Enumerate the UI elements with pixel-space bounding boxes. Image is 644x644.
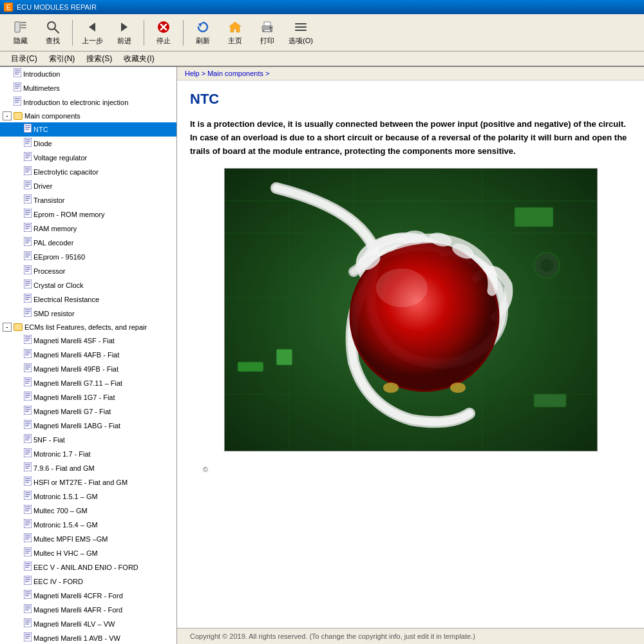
svg-rect-173 (24, 632, 32, 641)
tree-item-main-components[interactable]: -Main components (0, 109, 176, 122)
svg-rect-105 (24, 392, 32, 401)
tree-item-voltage-regulator[interactable]: Voltage regulator (0, 151, 176, 165)
hide-button[interactable]: 隐藏 (5, 16, 36, 49)
tree-item-eec-iv[interactable]: EEC IV - FORD (0, 574, 176, 589)
svg-rect-61 (24, 223, 32, 232)
tree-item-mm-1abg[interactable]: Magneti Marelli 1ABG - Fiat (0, 419, 176, 433)
doc-icon (22, 477, 33, 488)
tree-item-ntc[interactable]: NTC (0, 122, 176, 137)
tree-item-label-hsfi-mt27e: HSFl or MT27E - Fiat and GM (33, 477, 128, 488)
tree-item-label-5nf: 5NF - Fiat (33, 435, 65, 445)
menu-index[interactable]: 索引(N) (43, 52, 81, 66)
refresh-button[interactable]: 刷新 (187, 16, 218, 49)
svg-point-4 (48, 22, 55, 30)
svg-rect-73 (24, 265, 32, 274)
tree-item-5nf[interactable]: 5NF - Fiat (0, 433, 176, 447)
options-button[interactable]: 选项(O) (284, 16, 317, 49)
find-icon (45, 19, 61, 35)
refresh-label: 刷新 (196, 36, 210, 46)
expand-icon-main-components[interactable]: - (3, 111, 12, 120)
tree-item-multimeters[interactable]: Multimeters (0, 81, 176, 95)
tree-item-label-motronic-151: Motronic 1.5.1 – GM (33, 491, 98, 502)
tree-item-mm-1avb[interactable]: Magneti Marelli 1 AVB - VW (0, 631, 176, 644)
doc-icon (22, 533, 33, 545)
tree-item-motronic-154[interactable]: Motronic 1.5.4 – GM (0, 518, 176, 532)
tree-item-mm-g711[interactable]: Magneti Marelli G7.11 – Fiat (0, 376, 176, 390)
copyright-small: © (190, 462, 631, 478)
tree-item-multec-mpfi[interactable]: Multec MPFI EMS –GM (0, 532, 176, 546)
print-button[interactable]: 打印 (252, 16, 283, 49)
sidebar[interactable]: IntroductionMultimetersIntroduction to e… (0, 67, 177, 644)
tree-item-mm-1g7[interactable]: Magneti Marelli 1G7 - Fiat (0, 390, 176, 404)
tree-item-label-mm-1abg: Magneti Marelli 1ABG - Fiat (33, 421, 120, 431)
tree-item-motronic-151[interactable]: Motronic 1.5.1 – GM (0, 489, 176, 504)
tree-item-label-ntc: NTC (33, 124, 48, 135)
tree-item-eec-v[interactable]: EEC V - ANIL AND ENIO - FORD (0, 560, 176, 574)
tree-item-mm-4cfr[interactable]: Magneti Marelli 4CFR - Ford (0, 589, 176, 603)
find-label: 查找 (46, 36, 60, 46)
tree-item-796-fiat-gm[interactable]: 7.9.6 - Fiat and GM (0, 461, 176, 475)
home-button[interactable]: 主页 (220, 16, 251, 49)
tree-item-label-smd-resistor: SMD resistor (33, 308, 75, 319)
stop-button[interactable]: 停止 (148, 16, 179, 49)
svg-rect-113 (24, 420, 32, 429)
svg-rect-29 (14, 97, 21, 106)
menu-contents[interactable]: 目录(C) (5, 52, 43, 66)
tree-item-mm-49fb[interactable]: Magneti Marelli 49FB - Fiat (0, 362, 176, 376)
tree-item-label-eeprom-95160: EEprom - 95160 (33, 252, 85, 262)
tree-item-eprom[interactable]: Eprom - ROM memory (0, 207, 176, 222)
tree-item-mm-g7[interactable]: Magneti Marelli G7 - Fiat (0, 404, 176, 419)
svg-rect-21 (14, 68, 21, 77)
doc-icon (22, 194, 33, 206)
tree-item-mm-4lv[interactable]: Magneti Marelli 4LV – VW (0, 617, 176, 631)
tree-item-label-main-components: Main components (24, 111, 80, 121)
forward-label: 前进 (117, 36, 131, 46)
tree-item-mm-4afr[interactable]: Magneti Marelli 4AFR - Ford (0, 603, 176, 617)
tree-item-eeprom-95160[interactable]: EEprom - 95160 (0, 250, 176, 264)
tree-item-intro-electronic[interactable]: Introduction to electronic injection (0, 95, 176, 109)
forward-button[interactable]: 前进 (109, 16, 140, 49)
tree-item-mm-4afb[interactable]: Magneti Marelli 4AFB - Fiat (0, 348, 176, 362)
expand-icon-ecms-list[interactable]: - (3, 323, 12, 332)
tree-item-motronic-17[interactable]: Motronic 1.7 - Fiat (0, 447, 176, 461)
tree-item-electrolytic-capacitor[interactable]: Electrolytic capacitor (0, 165, 176, 179)
tree-item-mm-4sf[interactable]: Magneti Marelli 4SF - Fiat (0, 334, 176, 348)
tree-item-hsfi-mt27e[interactable]: HSFl or MT27E - Fiat and GM (0, 475, 176, 489)
doc-icon (12, 82, 23, 94)
tree-item-label-driver: Driver (33, 181, 52, 191)
svg-rect-85 (24, 308, 32, 317)
svg-marker-7 (121, 23, 128, 32)
menu-favorites[interactable]: 收藏夹(I) (118, 52, 160, 66)
tree-item-ram-memory[interactable]: RAM memory (0, 222, 176, 236)
find-button[interactable]: 查找 (37, 16, 68, 49)
article-body: It is a protection device, it is usually… (190, 118, 631, 158)
tree-item-crystal-clock[interactable]: Crystal or Clock (0, 278, 176, 292)
svg-rect-1 (21, 22, 26, 23)
tree-item-label-mm-4afr: Magneti Marelli 4AFR - Ford (33, 605, 122, 615)
doc-icon (22, 462, 33, 474)
doc-icon (22, 420, 33, 431)
back-button[interactable]: 上一步 (77, 16, 108, 49)
tree-item-multec-700[interactable]: Multec 700 – GM (0, 504, 176, 518)
tree-item-smd-resistor[interactable]: SMD resistor (0, 307, 176, 321)
tree-item-ecms-list[interactable]: -ECMs list Features, defects, and repair (0, 321, 176, 334)
doc-icon (22, 491, 33, 502)
tree-item-pal-decoder[interactable]: PAL decoder (0, 236, 176, 250)
tree-item-label-crystal-clock: Crystal or Clock (33, 280, 84, 290)
article-title: NTC (190, 91, 631, 108)
tree-item-driver[interactable]: Driver (0, 179, 176, 193)
tree-item-label-voltage-regulator: Voltage regulator (33, 153, 87, 163)
tree-item-diode[interactable]: Diode (0, 137, 176, 151)
tree-item-introduction[interactable]: Introduction (0, 67, 176, 81)
breadcrumb: Help > Main components > (177, 67, 644, 80)
tree-item-label-mm-1g7: Magneti Marelli 1G7 - Fiat (33, 392, 115, 402)
tree-item-label-multec-mpfi: Multec MPFI EMS –GM (33, 534, 108, 544)
menu-search[interactable]: 搜索(S) (80, 52, 118, 66)
options-icon (293, 19, 308, 35)
stop-label: 停止 (156, 36, 171, 46)
tree-item-electrical-resistance[interactable]: Electrical Resistance (0, 292, 176, 307)
tree-item-multec-h-vhc[interactable]: Multec H VHC – GM (0, 546, 176, 560)
svg-rect-81 (24, 294, 32, 303)
tree-item-processor[interactable]: Processor (0, 264, 176, 278)
tree-item-transistor[interactable]: Transistor (0, 193, 176, 207)
